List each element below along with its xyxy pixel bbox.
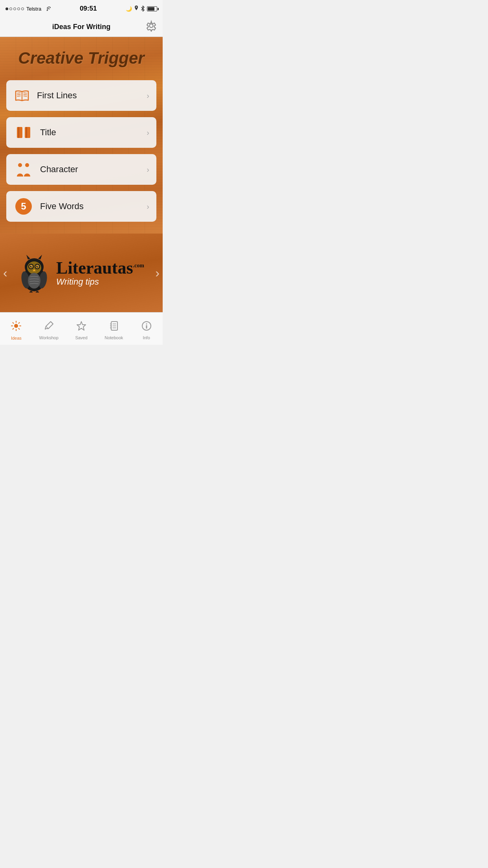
svg-rect-6: [26, 127, 27, 138]
svg-rect-51: [146, 325, 147, 329]
bluetooth-icon: [141, 5, 145, 13]
gear-icon: [145, 20, 157, 31]
svg-point-21: [37, 266, 38, 267]
menu-label-character: Character: [40, 164, 147, 175]
chevron-icon-title: ›: [147, 128, 149, 137]
menu-list: First Lines › Title ›: [6, 80, 156, 222]
svg-point-18: [30, 266, 32, 268]
battery-icon: [147, 6, 157, 11]
nav-title: iDeas For Writing: [52, 23, 111, 31]
svg-line-37: [13, 322, 14, 323]
menu-item-character[interactable]: Character ›: [6, 154, 156, 185]
main-content: Creative Trigger First Lines ›: [0, 37, 163, 234]
svg-point-19: [37, 266, 39, 268]
ad-prev-button[interactable]: ‹: [3, 266, 7, 280]
ideas-icon: [11, 320, 22, 334]
svg-line-40: [13, 328, 14, 329]
workshop-icon: [44, 321, 54, 334]
notebook-icon: [109, 321, 119, 334]
tab-saved[interactable]: Saved: [65, 313, 98, 345]
svg-rect-4: [18, 127, 19, 138]
dot2: [9, 7, 12, 10]
info-icon: [141, 321, 152, 334]
literautas-tagline: Writing tips: [56, 277, 144, 287]
tab-label-notebook: Notebook: [105, 335, 123, 340]
literautas-brand: Literautas.com Writing tips: [56, 259, 144, 287]
dot3: [13, 7, 16, 10]
five-circle: 5: [15, 198, 32, 215]
svg-marker-41: [77, 322, 86, 330]
svg-rect-3: [17, 127, 22, 138]
tab-label-workshop: Workshop: [39, 335, 59, 340]
dot1: [6, 7, 8, 10]
svg-point-0: [47, 10, 48, 11]
tab-label-ideas: Ideas: [11, 336, 22, 340]
location-icon: [134, 6, 139, 12]
svg-point-1: [136, 6, 137, 7]
dot4: [17, 7, 20, 10]
menu-item-title[interactable]: Title ›: [6, 117, 156, 148]
svg-point-32: [14, 324, 18, 328]
chevron-icon-five: ›: [147, 202, 149, 211]
chevron-icon-character: ›: [147, 165, 149, 174]
saved-icon: [76, 321, 86, 334]
menu-label-five-words: Five Words: [40, 201, 147, 211]
book-icon: [13, 88, 31, 103]
dot5: [21, 7, 24, 10]
status-right: 🌙: [126, 5, 157, 13]
signal-dots: [6, 7, 24, 10]
menu-item-first-lines[interactable]: First Lines ›: [6, 80, 156, 111]
svg-marker-12: [38, 255, 42, 259]
svg-point-8: [25, 163, 29, 167]
svg-line-31: [37, 291, 40, 292]
nav-bar: iDeas For Writing: [0, 17, 163, 37]
svg-line-38: [19, 328, 20, 329]
tab-label-saved: Saved: [75, 335, 87, 340]
settings-button[interactable]: [145, 20, 157, 34]
svg-point-2: [150, 24, 153, 28]
status-bar: Telstra 09:51 🌙: [0, 0, 163, 17]
tab-info[interactable]: Info: [130, 313, 163, 345]
title-books-icon: [13, 125, 34, 140]
menu-label-title: Title: [40, 127, 147, 138]
five-words-icon: 5: [13, 198, 34, 215]
chevron-icon: ›: [147, 91, 149, 100]
carrier-label: Telstra: [26, 6, 41, 12]
moon-icon: 🌙: [126, 6, 132, 12]
svg-point-7: [18, 163, 22, 167]
menu-item-five-words[interactable]: 5 Five Words ›: [6, 191, 156, 222]
ad-next-button[interactable]: ›: [155, 266, 160, 280]
tab-workshop[interactable]: Workshop: [33, 313, 65, 345]
literautas-name: Literautas.com: [56, 259, 144, 278]
owl-icon: [18, 253, 50, 292]
svg-rect-5: [25, 127, 30, 138]
status-left: Telstra: [6, 6, 51, 12]
wifi-icon: [44, 6, 51, 12]
character-icon: [13, 162, 34, 177]
ad-banner: ‹: [0, 234, 163, 312]
svg-point-50: [146, 323, 147, 324]
svg-line-39: [19, 322, 20, 323]
tab-label-info: Info: [143, 335, 150, 340]
ad-logo: Literautas.com Writing tips: [18, 253, 144, 292]
tab-notebook[interactable]: Notebook: [97, 313, 130, 345]
svg-point-25: [28, 273, 40, 289]
svg-point-20: [31, 266, 32, 267]
svg-marker-11: [26, 255, 30, 259]
status-time: 09:51: [80, 5, 97, 13]
svg-line-28: [31, 291, 33, 292]
page-heading: Creative Trigger: [6, 49, 156, 68]
tab-ideas[interactable]: Ideas: [0, 313, 33, 345]
battery-fill: [148, 7, 154, 11]
tab-bar: Ideas Workshop Saved: [0, 312, 163, 345]
menu-label-first-lines: First Lines: [37, 90, 147, 101]
